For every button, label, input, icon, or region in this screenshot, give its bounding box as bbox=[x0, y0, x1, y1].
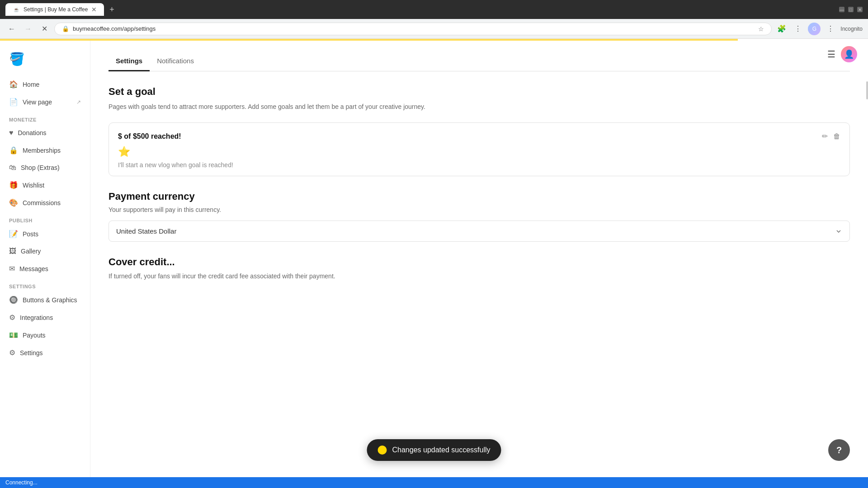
goal-card-subtitle: I'll start a new vlog when goal is reach… bbox=[118, 161, 840, 169]
toast-message: Changes updated successfully bbox=[392, 446, 490, 454]
sidebar-buttons-label: Buttons & Graphics bbox=[23, 296, 77, 304]
toast-notification: Changes updated successfully bbox=[367, 439, 501, 461]
sidebar-section-publish: PUBLISH bbox=[0, 211, 90, 225]
forward-button[interactable]: → bbox=[22, 23, 34, 35]
address-bar: ← → ✕ 🔒 buymeacoffee.com/app/settings ☆ … bbox=[0, 19, 868, 39]
minimize-button[interactable]: — bbox=[839, 7, 844, 12]
payouts-icon: 💵 bbox=[9, 331, 18, 339]
browser-chrome: ☕ Settings | Buy Me a Coffee ✕ + — □ ✕ bbox=[0, 0, 868, 19]
tab-close-button[interactable]: ✕ bbox=[91, 6, 97, 13]
secure-icon: 🔒 bbox=[62, 25, 69, 32]
edit-goal-button[interactable]: ✏ bbox=[822, 132, 828, 141]
sidebar-gallery-label: Gallery bbox=[21, 248, 41, 255]
sidebar-item-settings[interactable]: ⚙ Settings bbox=[0, 344, 90, 361]
tab-notifications[interactable]: Notifications bbox=[150, 52, 201, 71]
sidebar-section-monetize: MONETIZE bbox=[0, 111, 90, 124]
help-button[interactable]: ? bbox=[828, 439, 850, 461]
sidebar-memberships-label: Memberships bbox=[23, 147, 61, 154]
sidebar-item-wishlist[interactable]: 🎁 Wishlist bbox=[0, 176, 90, 194]
sidebar-view-page-label: View page bbox=[23, 99, 52, 106]
sidebar-item-buttons-graphics[interactable]: 🔘 Buttons & Graphics bbox=[0, 291, 90, 309]
integrations-icon: ⚙ bbox=[9, 313, 15, 322]
back-button[interactable]: ← bbox=[5, 23, 18, 35]
url-text: buymeacoffee.com/app/settings bbox=[73, 25, 755, 32]
external-link-icon: ↗ bbox=[76, 99, 81, 105]
sidebar-item-commissions[interactable]: 🎨 Commissions bbox=[0, 194, 90, 211]
app-layout: 🪣 🏠 Home 📄 View page ↗ MONETIZE ♥ Donati… bbox=[0, 41, 868, 488]
payment-currency-description: Your supporters will pay in this currenc… bbox=[108, 206, 850, 213]
sidebar-posts-label: Posts bbox=[23, 230, 38, 238]
user-avatar[interactable]: 👤 bbox=[841, 46, 857, 62]
delete-goal-button[interactable]: 🗑 bbox=[833, 132, 840, 141]
hamburger-button[interactable]: ☰ bbox=[827, 49, 835, 60]
sidebar-item-home[interactable]: 🏠 Home bbox=[0, 75, 90, 93]
memberships-icon: 🔒 bbox=[9, 146, 18, 155]
page-tabs: Settings Notifications bbox=[108, 52, 850, 71]
address-bar-icons: ☆ bbox=[758, 25, 764, 33]
new-tab-button[interactable]: + bbox=[109, 5, 114, 14]
settings-icon: ⚙ bbox=[9, 348, 15, 357]
close-window-button[interactable]: ✕ bbox=[857, 7, 863, 12]
sidebar-item-integrations[interactable]: ⚙ Integrations bbox=[0, 309, 90, 326]
set-goal-description: Pages with goals tend to attract more su… bbox=[108, 102, 850, 112]
top-bar: ☰ 👤 bbox=[816, 41, 868, 68]
goal-card-header: $ of $500 reached! ✏ 🗑 bbox=[118, 132, 840, 141]
status-message: Connecting... bbox=[5, 479, 38, 486]
sidebar-shop-label: Shop (Extras) bbox=[21, 164, 60, 171]
sidebar-settings-label: Settings bbox=[20, 349, 43, 357]
sidebar-item-view-page[interactable]: 📄 View page ↗ bbox=[0, 93, 90, 111]
shop-icon: 🛍 bbox=[9, 164, 16, 172]
browser-settings-button[interactable]: ⋮ bbox=[824, 23, 837, 35]
sidebar-commissions-label: Commissions bbox=[23, 199, 61, 206]
status-bar: Connecting... bbox=[0, 477, 868, 488]
browser-tab[interactable]: ☕ Settings | Buy Me a Coffee ✕ bbox=[5, 3, 104, 16]
main-content: Settings Notifications Set a goal Pages … bbox=[90, 41, 868, 488]
reload-button[interactable]: ✕ bbox=[38, 23, 51, 35]
bookmark-icon[interactable]: ☆ bbox=[758, 25, 764, 33]
sidebar-item-posts[interactable]: 📝 Posts bbox=[0, 225, 90, 243]
view-page-icon: 📄 bbox=[9, 98, 18, 106]
goal-card-title: $ of $500 reached! bbox=[118, 132, 181, 141]
sidebar-section-settings: SETTINGS bbox=[0, 277, 90, 291]
extensions-button[interactable]: 🧩 bbox=[775, 23, 788, 35]
sidebar-messages-label: Messages bbox=[19, 265, 48, 272]
tab-title: Settings | Buy Me a Coffee bbox=[24, 6, 88, 13]
cover-credit-description: If turned off, your fans will incur the … bbox=[108, 272, 850, 281]
commissions-icon: 🎨 bbox=[9, 198, 18, 207]
set-goal-title: Set a goal bbox=[108, 86, 850, 98]
sidebar-item-donations[interactable]: ♥ Donations bbox=[0, 124, 90, 141]
maximize-button[interactable]: □ bbox=[848, 7, 854, 12]
sidebar-integrations-label: Integrations bbox=[20, 314, 53, 321]
window-controls: — □ ✕ bbox=[839, 7, 863, 12]
messages-icon: ✉ bbox=[9, 264, 15, 273]
donations-icon: ♥ bbox=[9, 129, 14, 137]
goal-star-icon: ⭐ bbox=[118, 146, 130, 158]
logo-icon: 🪣 bbox=[9, 52, 25, 66]
cover-credit-title: Cover credit... bbox=[108, 256, 850, 268]
tab-favicon: ☕ bbox=[13, 6, 20, 13]
sidebar-payouts-label: Payouts bbox=[23, 332, 46, 339]
sidebar-item-gallery[interactable]: 🖼 Gallery bbox=[0, 243, 90, 260]
sidebar-item-payouts[interactable]: 💵 Payouts bbox=[0, 326, 90, 344]
currency-select[interactable]: United States Dollar Euro British Pound … bbox=[108, 221, 850, 242]
incognito-label: Incognito bbox=[840, 26, 863, 32]
goal-card-actions: ✏ 🗑 bbox=[822, 132, 840, 141]
wishlist-icon: 🎁 bbox=[9, 181, 18, 189]
payment-currency-title: Payment currency bbox=[108, 191, 850, 202]
sidebar-item-shop[interactable]: 🛍 Shop (Extras) bbox=[0, 159, 90, 176]
profile-button[interactable]: G bbox=[808, 23, 821, 35]
home-icon: 🏠 bbox=[9, 80, 18, 89]
cover-credit-section: Cover credit... If turned off, your fans… bbox=[108, 256, 850, 281]
tab-settings[interactable]: Settings bbox=[108, 52, 150, 71]
browser-menu-button[interactable]: ⋮ bbox=[792, 23, 804, 35]
posts-icon: 📝 bbox=[9, 230, 18, 238]
sidebar-donations-label: Donations bbox=[18, 129, 47, 136]
address-input[interactable]: 🔒 buymeacoffee.com/app/settings ☆ bbox=[54, 23, 772, 35]
goal-card: $ of $500 reached! ✏ 🗑 ⭐ I'll start a ne… bbox=[108, 122, 850, 176]
sidebar: 🪣 🏠 Home 📄 View page ↗ MONETIZE ♥ Donati… bbox=[0, 41, 90, 488]
toast-dot bbox=[377, 446, 387, 455]
sidebar-home-label: Home bbox=[23, 81, 39, 88]
sidebar-item-messages[interactable]: ✉ Messages bbox=[0, 260, 90, 277]
sidebar-item-memberships[interactable]: 🔒 Memberships bbox=[0, 141, 90, 159]
gallery-icon: 🖼 bbox=[9, 247, 16, 255]
